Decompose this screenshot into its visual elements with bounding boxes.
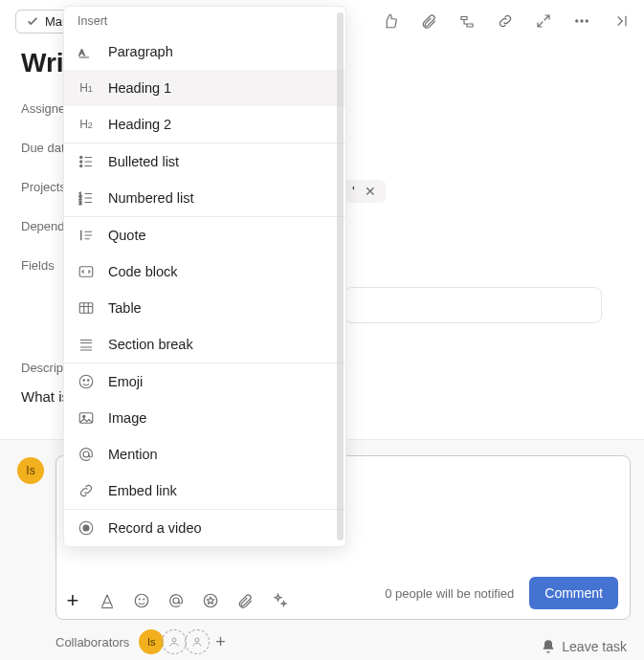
insert-menu-item-mention[interactable]: Mention	[64, 436, 345, 473]
insert-menu-item-label: Emoji	[108, 374, 143, 389]
attachment-icon[interactable]	[420, 12, 437, 30]
insert-menu-item-label: Table	[108, 300, 142, 316]
numbered-icon: 123	[78, 189, 95, 207]
insert-menu-item-bulleted[interactable]: Bulleted list	[64, 143, 345, 180]
insert-menu-item-numbered[interactable]: 123Numbered list	[64, 180, 345, 216]
insert-menu-item-label: Paragraph	[108, 44, 173, 59]
text-style-icon[interactable]	[99, 592, 116, 609]
svg-point-20	[83, 380, 85, 382]
svg-point-23	[83, 415, 85, 417]
insert-menu-item-label: Image	[108, 410, 146, 426]
comment-toolbar: +	[64, 592, 288, 609]
svg-point-11	[80, 156, 82, 158]
h1-icon: H1	[78, 79, 95, 97]
svg-point-24	[83, 451, 89, 457]
insert-menu-item-label: Quote	[108, 228, 146, 243]
insert-menu-item-code[interactable]: Code block	[64, 253, 345, 290]
fields-input[interactable]: ·	[344, 287, 602, 323]
star-icon[interactable]	[202, 592, 219, 609]
svg-point-3	[135, 594, 148, 607]
insert-menu-item-section[interactable]: Section break	[64, 326, 345, 363]
scrollbar[interactable]	[337, 12, 344, 540]
collaborators-label: Collaborators	[56, 635, 129, 649]
insert-menu-item-table[interactable]: Table	[64, 290, 345, 326]
insert-menu-item-label: Bulleted list	[108, 154, 179, 169]
mention-icon[interactable]	[167, 592, 185, 609]
link-icon[interactable]	[497, 12, 514, 30]
leave-task-button[interactable]: Leave task	[541, 639, 627, 654]
section-icon	[78, 336, 95, 353]
code-icon	[78, 263, 95, 280]
close-icon[interactable]: ✕	[363, 184, 378, 199]
comment-button[interactable]: Comment	[529, 577, 618, 609]
insert-menu-item-image[interactable]: Image	[64, 400, 345, 436]
table-icon	[78, 299, 95, 317]
insert-menu-item-label: Code block	[108, 264, 178, 279]
svg-text:3: 3	[79, 200, 82, 206]
check-icon	[26, 14, 39, 28]
insert-menu-item-embed[interactable]: Embed link	[64, 473, 345, 509]
emoji-icon	[78, 373, 95, 390]
svg-point-6	[173, 598, 179, 604]
add-collaborator-placeholder[interactable]	[185, 629, 210, 654]
expand-icon[interactable]	[535, 12, 552, 30]
record-icon	[78, 519, 95, 537]
svg-point-4	[139, 599, 140, 600]
insert-menu-item-paragraph[interactable]: AParagraph	[64, 33, 345, 70]
svg-point-1	[581, 20, 583, 22]
svg-point-13	[80, 165, 82, 166]
insert-menu-item-label: Mention	[108, 447, 158, 462]
ai-icon[interactable]	[271, 592, 288, 609]
close-panel-icon[interactable]	[611, 12, 629, 30]
insert-menu-item-label: Heading 1	[108, 80, 171, 96]
insert-plus-button[interactable]: +	[64, 592, 81, 609]
attachment-icon[interactable]	[236, 592, 254, 609]
insert-menu-item-emoji[interactable]: Emoji	[64, 363, 345, 400]
svg-point-0	[576, 20, 578, 22]
subtask-icon[interactable]	[458, 12, 476, 30]
project-pill[interactable]: ' ✕	[344, 180, 386, 203]
topbar-actions	[382, 12, 629, 30]
insert-menu-item-h1[interactable]: H1Heading 1	[64, 70, 345, 106]
insert-menu-item-h2[interactable]: H2Heading 2	[64, 106, 345, 143]
thumbs-up-icon[interactable]	[382, 12, 399, 30]
svg-point-12	[80, 161, 82, 163]
insert-menu-item-quote[interactable]: Quote	[64, 217, 345, 253]
mention-icon	[78, 446, 95, 463]
embed-icon	[78, 482, 95, 499]
svg-point-21	[88, 380, 90, 382]
notify-text: 0 people will be notified	[385, 586, 514, 601]
more-icon[interactable]	[573, 12, 590, 30]
h2-icon: H2	[78, 116, 95, 133]
svg-point-26	[83, 525, 89, 531]
user-avatar[interactable]: Is	[17, 457, 44, 484]
insert-menu-item-record[interactable]: Record a video	[64, 510, 345, 546]
collaborator-avatar[interactable]: Is	[139, 629, 164, 654]
insert-menu-item-label: Embed link	[108, 483, 177, 498]
paragraph-icon: A	[78, 43, 95, 60]
add-collaborator-placeholder[interactable]	[162, 629, 187, 654]
quote-icon	[78, 227, 95, 244]
insert-menu-title: Insert	[64, 7, 345, 33]
image-icon	[78, 409, 95, 427]
svg-point-8	[172, 638, 176, 642]
svg-point-19	[79, 375, 93, 388]
svg-rect-18	[79, 303, 93, 314]
svg-text:A: A	[79, 48, 85, 57]
emoji-icon[interactable]	[133, 592, 150, 609]
svg-point-5	[144, 599, 144, 600]
insert-menu-item-label: Heading 2	[108, 117, 171, 132]
svg-point-9	[195, 638, 199, 642]
svg-point-2	[586, 20, 588, 22]
insert-menu: Insert AParagraphH1Heading 1H2Heading 2B…	[63, 6, 346, 547]
add-collaborator-button[interactable]: +	[211, 632, 230, 652]
bell-icon	[541, 639, 556, 654]
project-pill-text: '	[352, 184, 355, 199]
insert-menu-item-label: Section break	[108, 337, 193, 352]
insert-menu-item-label: Record a video	[108, 520, 202, 536]
insert-menu-item-label: Numbered list	[108, 190, 193, 206]
bulleted-icon	[78, 153, 95, 170]
collaborators-row: Collaborators Is +	[56, 629, 230, 654]
